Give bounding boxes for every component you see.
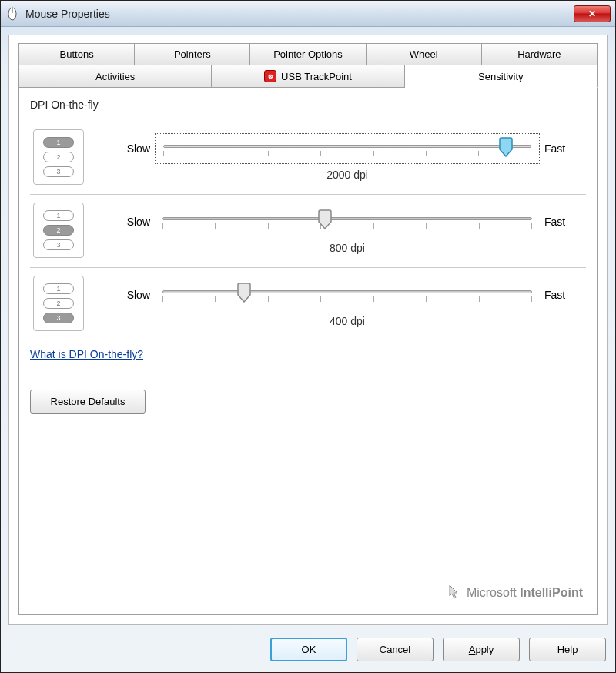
preset-icon-1: 123 [33, 129, 84, 185]
tab-usb-trackpoint[interactable]: ⊗ USB TrackPoint [212, 65, 404, 88]
dpi-slider-3[interactable] [155, 280, 540, 310]
dialog-content: Buttons Pointers Pointer Options Wheel H… [8, 35, 608, 625]
tab-pointer-options[interactable]: Pointer Options [250, 43, 366, 65]
slider-label-fast: Fast [544, 289, 583, 301]
slider-label-slow: Slow [112, 289, 150, 301]
preset-icon-2: 123 [33, 203, 84, 258]
slider-thumb[interactable] [237, 283, 251, 303]
preset-pill: 1 [43, 283, 74, 294]
dpi-readout-2: 800 dpi [112, 242, 583, 254]
window-frame: Mouse Properties ✕ Buttons Pointers Poin… [0, 0, 616, 673]
tab-usb-trackpoint-label: USB TrackPoint [281, 71, 352, 82]
dpi-readout-3: 400 dpi [112, 315, 583, 327]
apply-button[interactable]: Apply [443, 638, 520, 661]
preset-pill: 2 [43, 152, 74, 162]
tab-sensitivity[interactable]: Sensitivity [405, 65, 598, 88]
tab-activities[interactable]: Activities [18, 65, 212, 88]
preset-pill: 2 [43, 298, 74, 309]
slider-row-2: 123SlowFast800 dpi [30, 194, 586, 261]
slider-row-1: 123SlowFast2000 dpi [30, 122, 586, 188]
branding-prefix: Microsoft [467, 586, 520, 599]
dpi-slider-1[interactable] [155, 133, 540, 164]
slider-thumb[interactable] [499, 137, 513, 157]
restore-defaults-button[interactable]: Restore Defaults [30, 390, 146, 414]
cancel-button[interactable]: Cancel [357, 638, 434, 661]
help-link-dpi[interactable]: What is DPI On-the-fly? [30, 348, 586, 360]
slider-label-slow: Slow [112, 216, 150, 228]
title-bar[interactable]: Mouse Properties ✕ [1, 1, 615, 27]
dialog-footer: OK Cancel Apply Help [1, 633, 615, 672]
close-button[interactable]: ✕ [574, 5, 611, 22]
tab-panel-sensitivity: DPI On-the-fly 123SlowFast2000 dpi123Slo… [18, 88, 598, 615]
tab-pointers[interactable]: Pointers [135, 43, 250, 65]
dpi-slider-2[interactable] [155, 206, 540, 237]
help-button[interactable]: Help [529, 638, 606, 661]
slider-area-1: SlowFast2000 dpi [112, 133, 583, 181]
app-icon [5, 7, 19, 21]
cursor-icon [448, 584, 460, 602]
tab-row-2: Activities ⊗ USB TrackPoint Sensitivity [18, 65, 598, 88]
tab-hardware[interactable]: Hardware [482, 43, 598, 65]
slider-area-3: SlowFast400 dpi [112, 280, 583, 327]
slider-area-2: SlowFast800 dpi [112, 206, 583, 254]
slider-row-3: 123SlowFast400 dpi [30, 267, 586, 334]
branding-product: IntelliPoint [520, 586, 583, 599]
branding: Microsoft IntelliPoint [30, 578, 586, 604]
slider-label-fast: Fast [544, 216, 583, 228]
slider-thumb[interactable] [318, 209, 332, 229]
preset-pill: 1 [43, 137, 74, 148]
preset-pill: 2 [43, 225, 74, 236]
slider-label-fast: Fast [544, 142, 583, 155]
tab-buttons[interactable]: Buttons [18, 43, 135, 65]
preset-icon-3: 123 [33, 276, 84, 331]
close-icon: ✕ [588, 8, 596, 19]
dpi-readout-1: 2000 dpi [112, 169, 583, 181]
preset-pill: 3 [43, 166, 74, 177]
ok-button[interactable]: OK [270, 638, 347, 661]
trackpoint-icon: ⊗ [264, 70, 276, 82]
window-title: Mouse Properties [25, 8, 574, 20]
tab-wheel[interactable]: Wheel [367, 43, 482, 65]
tab-row-1: Buttons Pointers Pointer Options Wheel H… [18, 43, 598, 65]
slider-label-slow: Slow [112, 142, 150, 155]
group-label: DPI On-the-fly [30, 99, 586, 111]
preset-pill: 3 [43, 239, 74, 250]
preset-pill: 1 [43, 210, 74, 221]
branding-text: Microsoft IntelliPoint [467, 586, 583, 600]
preset-pill: 3 [43, 313, 74, 323]
